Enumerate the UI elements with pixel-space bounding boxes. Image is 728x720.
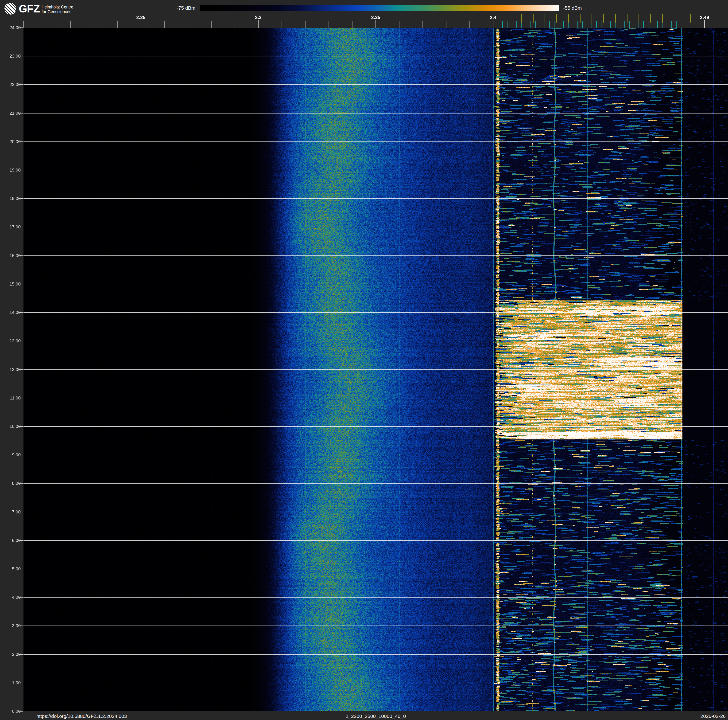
time-axis-tick [19,198,23,199]
time-axis-tick [19,455,23,455]
time-axis-tick [19,369,23,370]
time-axis-label: 18:00 [3,196,21,201]
doi-text: https://doi.org/10.5880/GFZ.1.2.2024.003 [37,714,127,719]
time-axis-label: 7:00 [3,509,21,515]
time-axis-label: 23:00 [3,54,21,59]
time-axis-tick [19,141,23,142]
time-axis-tick [19,597,23,597]
time-axis-label: 3:00 [3,623,21,628]
freq-axis-label: 2.49 [700,15,709,20]
freq-axis-label: 2.35 [371,15,381,20]
time-axis-label: 6:00 [3,538,21,543]
freq-axis-label: 2.25 [136,15,145,20]
time-axis-label: 5:00 [3,566,21,571]
time-axis-tick [19,625,23,626]
time-axis-label: 15:00 [3,282,21,287]
colorbar-gradient [200,5,559,11]
spectrogram-page: GFZ Helmholtz Centre for Geosciences -75… [0,0,728,720]
time-axis-label: 11:00 [3,395,21,401]
time-axis-tick [19,711,23,712]
time-axis-label: 0:00 [3,709,21,714]
time-axis-tick [19,56,23,57]
time-axis-tick [19,512,23,512]
time-axis-label: 12:00 [3,367,21,372]
time-axis-label: 4:00 [3,595,21,600]
dataset-id-text: 2_2200_2500_10000_40_0 [346,714,406,719]
time-axis-tick [19,284,23,284]
colorbar-min-label: -75 dBm [155,5,196,11]
freq-axis-label: 2.3 [255,15,262,20]
time-axis-label: 2:00 [3,652,21,657]
time-axis-label: 17:00 [3,224,21,230]
freq-axis-label: 2.4 [490,15,496,20]
time-axis-label: 13:00 [3,339,21,343]
time-axis-tick [19,341,23,341]
time-axis-tick [19,256,23,256]
colorbar [200,5,559,11]
date-text: 2026-02-26 [700,714,726,719]
time-axis-label: 22:00 [3,82,21,87]
time-axis-label: 10:00 [3,424,21,429]
time-axis-label: 24:00 [3,25,21,30]
time-axis-tick [19,483,23,484]
time-axis-label: 1:00 [3,680,21,685]
time-axis-label: 21:00 [3,111,21,116]
brand-subtitle-line1: Helmholtz Centre [41,5,73,9]
time-axis-tick [19,84,23,85]
time-axis-tick [19,170,23,170]
time-axis-tick [19,28,23,28]
time-axis-label: 8:00 [3,481,21,486]
time-axis-label: 14:00 [3,310,21,315]
time-axis-tick [19,654,23,655]
time-axis-tick [19,426,23,427]
time-axis-label: 19:00 [3,167,21,173]
time-axis-tick [19,540,23,541]
spectrogram-canvas [23,28,728,711]
time-axis-tick [19,683,23,683]
time-axis-label: 9:00 [3,452,21,458]
frequency-axis-ticks [0,13,728,28]
time-axis-tick [19,227,23,227]
time-axis-label: 16:00 [3,253,21,258]
colorbar-max-label: -55 dBm [563,5,582,11]
time-axis-tick [19,113,23,113]
time-axis-tick [19,312,23,313]
time-axis-label: 20:00 [3,139,21,144]
time-axis-tick [19,398,23,398]
time-axis-tick [19,569,23,569]
